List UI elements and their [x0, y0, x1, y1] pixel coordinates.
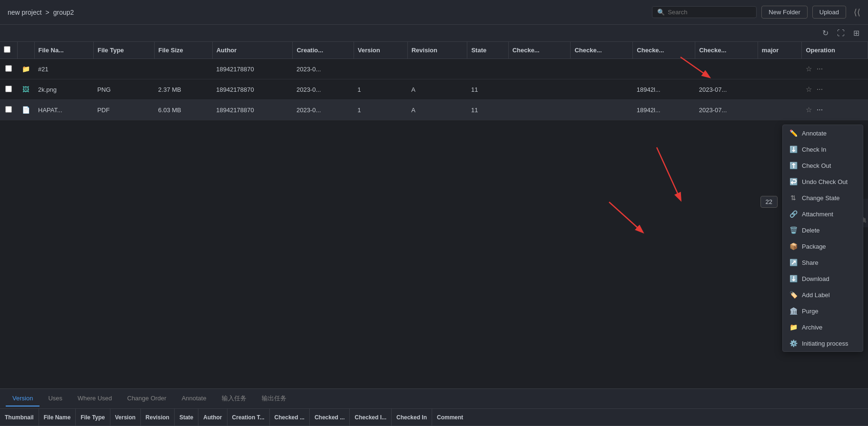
menu-item-check-out[interactable]: ⬆️ Check Out [783, 157, 863, 174]
row-filetype [93, 59, 154, 79]
menu-item-change-state[interactable]: ⇅ Change State [783, 190, 863, 206]
menu-item-package[interactable]: 📦 Package [783, 238, 863, 254]
svg-line-3 [609, 202, 642, 232]
menu-item-undo-check-out[interactable]: ↩️ Undo Check Out [783, 174, 863, 190]
row-filename[interactable]: 2k.png [34, 79, 93, 100]
header-filetype: File Type [93, 42, 154, 59]
bottom-panel: Version Uses Where Used Change Order Ann… [0, 388, 868, 426]
more-options-button[interactable]: ··· [814, 64, 826, 74]
menu-item-share[interactable]: ↗️ Share [783, 254, 863, 271]
star-button[interactable]: ☆ [806, 106, 812, 114]
svg-line-2 [657, 147, 681, 200]
menu-item-purge[interactable]: 🏛️ Purge [783, 303, 863, 319]
header-filesize: File Size [154, 42, 212, 59]
tab-annotate[interactable]: Annotate [175, 391, 213, 407]
row-author: 18942178870 [212, 100, 293, 120]
more-options-button[interactable]: ··· [814, 105, 826, 115]
tab-change-order[interactable]: Change Order [120, 391, 173, 407]
bottom-table-header: Thumbnail File Name File Type Version Re… [0, 409, 868, 426]
search-box[interactable]: 🔍 [652, 6, 757, 18]
header-revision: Revision [407, 42, 467, 59]
header-filename: File Na... [34, 42, 93, 59]
bth-state: State [175, 409, 198, 426]
menu-label-purge: Purge [802, 308, 819, 315]
row-major [758, 59, 802, 79]
breadcrumb-separator: > [46, 9, 49, 16]
row-operation-cell: ☆ ··· [802, 100, 868, 120]
refresh-button[interactable]: ↻ [819, 26, 831, 40]
row-checkbox[interactable] [5, 106, 12, 113]
menu-item-attachment[interactable]: 🔗 Attachment [783, 206, 863, 222]
search-input[interactable] [668, 9, 751, 16]
archive-icon: 📁 [789, 323, 797, 331]
row-filesize: 6.03 MB [154, 100, 212, 120]
pdf-icon: 📄 [22, 106, 30, 114]
header-operation: Operation [802, 42, 868, 59]
tab-uses[interactable]: Uses [41, 391, 69, 407]
breadcrumb-folder: group2 [53, 9, 74, 16]
row-filename[interactable]: #21 [34, 59, 93, 79]
collapse-icon[interactable]: ⟨⟨ [854, 7, 860, 18]
menu-item-delete[interactable]: 🗑️ Delete [783, 222, 863, 238]
row-checkbox[interactable] [5, 65, 12, 72]
bth-checked3: Checked I... [350, 409, 392, 426]
row-checked4 [695, 59, 758, 79]
bth-thumbnail: Thumbnail [0, 409, 39, 426]
png-icon: 🖼 [22, 86, 29, 93]
tab-input-task[interactable]: 输入任务 [215, 390, 253, 407]
table-row: 📄 HAPAT... PDF 6.03 MB 18942178870 2023-… [0, 100, 868, 120]
row-filename[interactable]: HAPAT... [34, 100, 93, 120]
row-state: 11 [467, 79, 508, 100]
select-all-checkbox[interactable] [4, 46, 10, 53]
bth-filename: File Name [39, 409, 76, 426]
star-button[interactable]: ☆ [806, 85, 812, 94]
row-icon-cell: 🖼 [17, 79, 34, 100]
row-checked2 [571, 79, 633, 100]
tab-output-task[interactable]: 输出任务 [255, 390, 293, 407]
annotate-icon: ✏️ [789, 129, 797, 137]
tab-version[interactable]: Version [6, 391, 39, 407]
menu-item-check-in[interactable]: ⬇️ Check In [783, 141, 863, 157]
new-folder-button[interactable]: New Folder [761, 6, 807, 19]
menu-item-initiating-process[interactable]: ⚙️ Initiating process [783, 335, 863, 351]
row-version: 1 [354, 100, 407, 120]
row-checkbox[interactable] [5, 86, 12, 92]
row-filesize: 2.37 MB [154, 79, 212, 100]
toolbar2: ↻ ⛶ ⊞ [0, 25, 868, 42]
breadcrumb-project[interactable]: new project [8, 9, 42, 16]
menu-item-archive[interactable]: 📁 Archive [783, 319, 863, 335]
menu-item-add-label[interactable]: 🏷️ Add Label [783, 287, 863, 303]
row-checked1 [508, 79, 571, 100]
menu-label-package: Package [802, 243, 826, 250]
menu-label-initiating-process: Initiating process [802, 340, 848, 347]
row-created: 2023-0... [293, 79, 354, 100]
menu-item-download[interactable]: ⬇️ Download [783, 271, 863, 287]
purge-icon: 🏛️ [789, 307, 797, 315]
bth-checked4: Checked In [392, 409, 432, 426]
share-icon: ↗️ [789, 259, 797, 266]
star-button[interactable]: ☆ [806, 65, 812, 73]
table-row: 🖼 2k.png PNG 2.37 MB 18942178870 2023-0.… [0, 79, 868, 100]
menu-label-change-state: Change State [802, 194, 840, 202]
menu-label-check-out: Check Out [802, 162, 831, 169]
row-state [467, 59, 508, 79]
upload-button[interactable]: Upload [812, 6, 846, 19]
undo-check-out-icon: ↩️ [789, 178, 797, 185]
row-version: 1 [354, 79, 407, 100]
tab-where-used[interactable]: Where Used [71, 391, 118, 407]
row-operation-cell: ☆ ··· [802, 79, 868, 100]
grid-view-button[interactable]: ⊞ [850, 26, 862, 40]
menu-label-annotate: Annotate [802, 130, 827, 137]
row-revision: A [407, 100, 467, 120]
bth-checked2: Checked ... [310, 409, 350, 426]
bth-creation: Creation T... [227, 409, 270, 426]
file-table: File Na... File Type File Size Author Cr… [0, 42, 868, 120]
topbar: new project > group2 🔍 New Folder Upload… [0, 0, 868, 25]
more-options-button[interactable]: ··· [814, 84, 826, 95]
fullscreen-button[interactable]: ⛶ [834, 26, 848, 40]
menu-item-annotate[interactable]: ✏️ Annotate [783, 125, 863, 141]
row-checkbox-cell [0, 59, 17, 79]
header-checkbox-col [0, 42, 17, 59]
menu-label-delete: Delete [802, 227, 820, 234]
callout-22: 22 [760, 196, 778, 208]
